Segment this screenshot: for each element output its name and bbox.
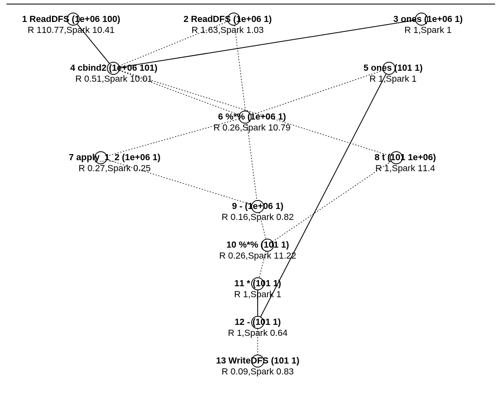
node-title: 1 ReadDFS (1e+06 100)	[22, 14, 120, 24]
node-3: 3 ones (1e+06 1) R 1,Spark 1	[393, 14, 463, 35]
node-title: 4 cbind2 (1e+06 101)	[70, 63, 158, 73]
node-10: 10 %*% (101 1) R 0.26,Spark 11.22	[219, 239, 296, 261]
node-12: 12 - (101 1) R 1,Spark 0.64	[228, 317, 288, 338]
node-subtitle: R 1,Spark 1	[363, 74, 423, 84]
node-subtitle: R 1,Spark 0.64	[228, 328, 288, 338]
node-title: 8 t (101 1e+06)	[374, 152, 436, 162]
node-11: 11 * (101 1) R 1,Spark 1	[234, 278, 281, 300]
node-subtitle: R 0.09,Spark 0.83	[216, 366, 299, 376]
node-1: 1 ReadDFS (1e+06 100) R 110.77,Spark 10.…	[22, 14, 120, 35]
node-subtitle: R 0.51,Spark 10.01	[70, 74, 158, 84]
node-6: 6 %*% (1e+06 1) R 0.26,Spark 10.79	[213, 111, 291, 133]
node-title: 9 - (1e+06 1)	[222, 201, 293, 211]
node-9: 9 - (1e+06 1) R 0.16,Spark 0.82	[222, 201, 293, 222]
node-title: 7 apply_1_2 (1e+06 1)	[69, 152, 161, 162]
node-4: 4 cbind2 (1e+06 101) R 0.51,Spark 10.01	[70, 63, 158, 84]
node-title: 10 %*% (101 1)	[219, 239, 296, 250]
node-subtitle: R 0.26,Spark 11.22	[219, 250, 296, 261]
node-13: 13 WriteDFS (101 1) R 0.09,Spark 0.83	[216, 355, 299, 377]
node-title: 6 %*% (1e+06 1)	[213, 111, 291, 122]
node-title: 2 ReadDFS (1e+06 1)	[183, 14, 272, 24]
node-title: 13 WriteDFS (101 1)	[216, 355, 299, 366]
node-subtitle: R 1,Spark 1	[393, 25, 463, 35]
node-2: 2 ReadDFS (1e+06 1) R 1.63,Spark 1.03	[183, 14, 272, 35]
node-subtitle: R 110.77,Spark 10.41	[22, 25, 120, 35]
node-title: 5 ones (101 1)	[363, 63, 423, 73]
node-subtitle: R 0.26,Spark 10.79	[213, 122, 291, 133]
top-divider	[7, 4, 495, 4]
node-subtitle: R 1,Spark 11.4	[374, 163, 436, 173]
node-5: 5 ones (101 1) R 1,Spark 1	[363, 63, 423, 84]
node-title: 11 * (101 1)	[234, 278, 281, 288]
node-subtitle: R 0.27,Spark 0.25	[69, 163, 161, 173]
node-title: 3 ones (1e+06 1)	[393, 14, 463, 24]
node-subtitle: R 1,Spark 1	[234, 289, 281, 299]
node-subtitle: R 1.63,Spark 1.03	[183, 25, 272, 35]
node-subtitle: R 0.16,Spark 0.82	[222, 212, 293, 222]
node-title: 12 - (101 1)	[228, 317, 288, 327]
node-8: 8 t (101 1e+06) R 1,Spark 11.4	[374, 152, 436, 174]
node-7: 7 apply_1_2 (1e+06 1) R 0.27,Spark 0.25	[69, 152, 161, 174]
